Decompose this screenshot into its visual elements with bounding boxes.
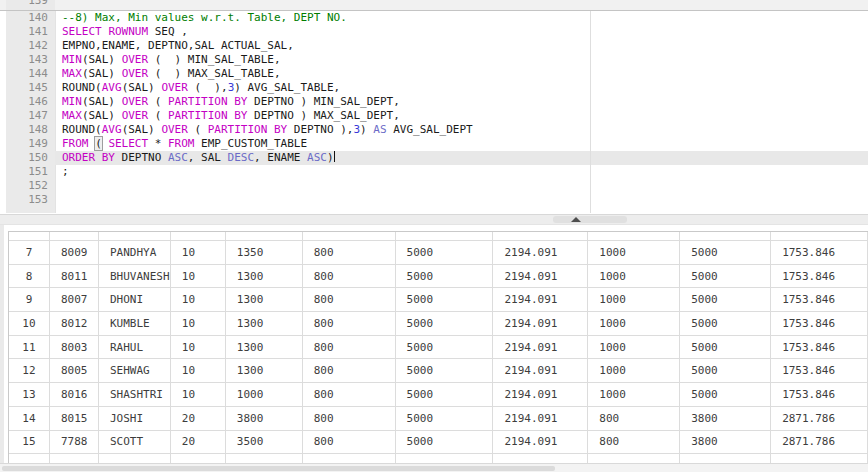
cell-min-sal-table[interactable]: 800 — [303, 383, 396, 406]
cell-deptno[interactable] — [171, 454, 226, 463]
cell-max-sal-table[interactable]: 5000 — [396, 407, 494, 430]
cell-min-sal-table[interactable]: 800 — [303, 312, 396, 335]
cell-max-sal-table[interactable] — [396, 232, 494, 240]
cell-deptno[interactable]: 10 — [171, 312, 226, 335]
editor-results-splitter[interactable] — [0, 214, 868, 225]
cell-actual-sal[interactable]: 1300 — [226, 288, 303, 311]
cell-max-sal-dept[interactable]: 5000 — [680, 336, 771, 359]
cell-empno[interactable] — [50, 454, 99, 463]
cell-max-sal-table[interactable]: 5000 — [396, 312, 494, 335]
cell-row-number[interactable]: 12 — [9, 359, 50, 382]
cell-empno[interactable]: 8012 — [50, 312, 99, 335]
cell-min-sal-table[interactable]: 800 — [303, 336, 396, 359]
cell-ename[interactable]: PANDHYA — [99, 241, 171, 264]
splitter-collapse-button[interactable] — [553, 216, 627, 223]
cell-ename[interactable]: KUMBLE — [99, 312, 171, 335]
cell-avg-sal-dept[interactable]: 1753.846 — [771, 383, 868, 406]
code-line[interactable]: 150ORDER BY DEPTNO ASC, SAL DESC, ENAME … — [0, 151, 868, 165]
cell-row-number[interactable]: 10 — [9, 312, 50, 335]
code-line[interactable]: 143MIN(SAL) OVER ( ) MIN_SAL_TABLE, — [0, 53, 868, 67]
cell-min-sal-table[interactable]: 800 — [303, 288, 396, 311]
cell-avg-sal-dept[interactable]: 1753.846 — [771, 288, 868, 311]
cell-empno[interactable]: 8003 — [50, 336, 99, 359]
cell-min-sal-table[interactable]: 800 — [303, 431, 396, 454]
cell-min-sal-dept[interactable]: 1000 — [588, 312, 680, 335]
cell-deptno[interactable]: 10 — [171, 336, 226, 359]
cell-min-sal-dept[interactable] — [588, 454, 680, 463]
cell-row-number[interactable] — [9, 454, 50, 463]
cell-max-sal-table[interactable]: 5000 — [396, 431, 494, 454]
cell-actual-sal[interactable] — [226, 454, 303, 463]
cell-max-sal-dept[interactable]: 3800 — [680, 431, 771, 454]
code-line[interactable]: 141SELECT ROWNUM SEQ , — [0, 25, 868, 39]
cell-deptno[interactable]: 10 — [171, 359, 226, 382]
cell-empno[interactable]: 8005 — [50, 359, 99, 382]
cell-empno[interactable]: 7788 — [50, 431, 99, 454]
cell-deptno[interactable]: 20 — [171, 431, 226, 454]
cell-actual-sal[interactable]: 3800 — [226, 407, 303, 430]
cell-row-number[interactable]: 8 — [9, 265, 50, 288]
cell-actual-sal[interactable]: 1300 — [226, 359, 303, 382]
cell-min-sal-dept[interactable]: 1000 — [588, 336, 680, 359]
cell-ename[interactable]: SCOTT — [99, 431, 171, 454]
cell-min-sal-dept[interactable]: 800 — [588, 407, 680, 430]
cell-deptno[interactable] — [171, 232, 226, 240]
cell-row-number[interactable]: 13 — [9, 383, 50, 406]
cell-min-sal-dept[interactable] — [588, 232, 680, 240]
code-line[interactable]: 140--8) Max, Min values w.r.t. Table, DE… — [0, 11, 868, 25]
code-line[interactable]: 149FROM ( SELECT * FROM EMP_CUSTOM_TABLE — [0, 137, 868, 151]
cell-max-sal-table[interactable]: 5000 — [396, 265, 494, 288]
cell-actual-sal[interactable]: 1300 — [226, 312, 303, 335]
cell-max-sal-dept[interactable]: 3800 — [680, 407, 771, 430]
cell-actual-sal[interactable] — [226, 232, 303, 240]
cell-avg-sal-table[interactable]: 2194.091 — [493, 407, 588, 430]
cell-max-sal-dept[interactable]: 5000 — [680, 288, 771, 311]
cell-empno[interactable]: 8015 — [50, 407, 99, 430]
cell-empno[interactable]: 8007 — [50, 288, 99, 311]
cell-ename[interactable]: JOSHI — [99, 407, 171, 430]
cell-max-sal-table[interactable]: 5000 — [396, 288, 494, 311]
cell-avg-sal-table[interactable]: 2194.091 — [493, 288, 588, 311]
cell-avg-sal-table[interactable]: 2194.091 — [493, 336, 588, 359]
cell-min-sal-table[interactable]: 800 — [303, 359, 396, 382]
cell-max-sal-table[interactable]: 5000 — [396, 383, 494, 406]
cell-deptno[interactable]: 10 — [171, 265, 226, 288]
results-grid[interactable]: 78009PANDHYA10135080050002194.0911000500… — [8, 231, 868, 463]
cell-avg-sal-table[interactable]: 2194.091 — [493, 383, 588, 406]
cell-deptno[interactable]: 20 — [171, 407, 226, 430]
cell-empno[interactable] — [50, 232, 99, 240]
code-line[interactable]: 145ROUND(AVG(SAL) OVER ( ),3) AVG_SAL_TA… — [0, 81, 868, 95]
cell-min-sal-table[interactable] — [303, 454, 396, 463]
cell-ename[interactable] — [99, 232, 171, 240]
cell-actual-sal[interactable]: 3500 — [226, 431, 303, 454]
cell-empno[interactable]: 8016 — [50, 383, 99, 406]
horizontal-scrollbar-thumb[interactable] — [2, 466, 555, 471]
cell-avg-sal-dept[interactable]: 1753.846 — [771, 312, 868, 335]
cell-max-sal-dept[interactable]: 5000 — [680, 359, 771, 382]
cell-min-sal-table[interactable] — [303, 232, 396, 240]
cell-max-sal-dept[interactable] — [680, 232, 771, 240]
cell-avg-sal-table[interactable] — [493, 232, 588, 240]
cell-max-sal-table[interactable]: 5000 — [396, 241, 494, 264]
cell-ename[interactable]: BHUVANESH — [99, 265, 171, 288]
code-line[interactable]: 144MAX(SAL) OVER ( ) MAX_SAL_TABLE, — [0, 67, 868, 81]
cell-max-sal-dept[interactable]: 5000 — [680, 265, 771, 288]
code-line[interactable]: 147MAX(SAL) OVER ( PARTITION BY DEPTNO )… — [0, 109, 868, 123]
cell-avg-sal-dept[interactable]: 1753.846 — [771, 241, 868, 264]
cell-max-sal-dept[interactable]: 5000 — [680, 241, 771, 264]
cell-avg-sal-dept[interactable] — [771, 454, 868, 463]
cell-deptno[interactable]: 10 — [171, 383, 226, 406]
cell-avg-sal-dept[interactable]: 1753.846 — [771, 359, 868, 382]
cell-min-sal-dept[interactable]: 1000 — [588, 265, 680, 288]
code-line[interactable]: 148ROUND(AVG(SAL) OVER ( PARTITION BY DE… — [0, 123, 868, 137]
cell-avg-sal-table[interactable]: 2194.091 — [493, 265, 588, 288]
cell-deptno[interactable]: 10 — [171, 288, 226, 311]
code-lines[interactable]: 140--8) Max, Min values w.r.t. Table, DE… — [0, 11, 868, 207]
cell-min-sal-table[interactable]: 800 — [303, 407, 396, 430]
horizontal-scrollbar[interactable] — [0, 463, 868, 472]
cell-row-number[interactable]: 11 — [9, 336, 50, 359]
cell-avg-sal-dept[interactable]: 1753.846 — [771, 336, 868, 359]
cell-row-number[interactable]: 15 — [9, 431, 50, 454]
cell-row-number[interactable] — [9, 232, 50, 240]
cell-ename[interactable]: SHASHTRI — [99, 383, 171, 406]
